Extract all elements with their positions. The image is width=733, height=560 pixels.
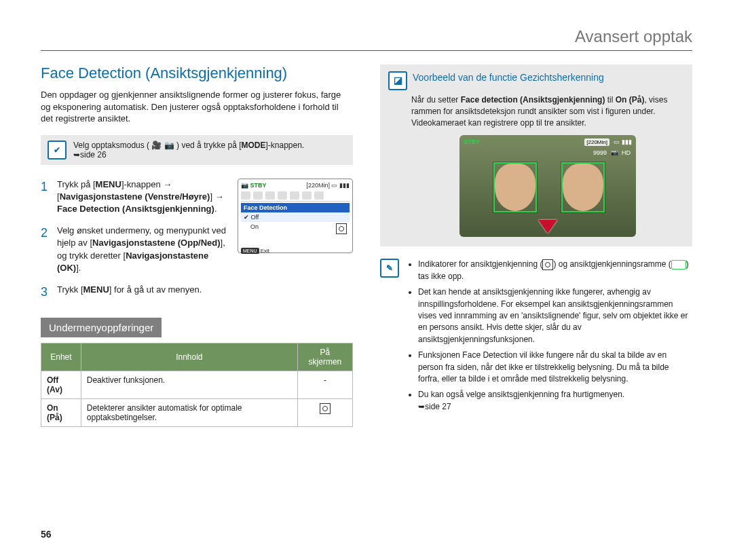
th-content: Innhold (81, 343, 297, 371)
mode-note-end: ]-knappen. (265, 141, 304, 150)
table-row: Off (Av) Deaktiver funksjonen. - (41, 371, 353, 399)
check-icon: ✔ (48, 141, 67, 160)
note-item: Det kan hende at ansiktsgjenkjenning ikk… (418, 286, 692, 346)
table-row: On (På) Detekterer ansikter automatisk f… (41, 399, 353, 427)
mode-note: ✔ Velg opptaksmodus ( 🎥 📷 ) ved å trykke… (41, 135, 353, 165)
face-icon (320, 403, 331, 414)
preview-hd: HD (622, 149, 631, 156)
step-2: 2 Velg ønsket undermeny, og menypunkt ve… (41, 225, 353, 274)
mode-page-ref: ➥side 26 (73, 150, 107, 160)
section-heading: Face Detection (Ansiktsgjenkjenning) (41, 64, 353, 82)
preview-stby: STBY (464, 138, 480, 147)
example-icon: ◪ (388, 71, 407, 90)
note-icon: ✎ (380, 259, 399, 278)
manual-page: Avansert opptak Face Detection (Ansiktsg… (0, 0, 733, 560)
mode-note-post: ) ved å trykke på [ (176, 141, 241, 150)
page-number: 56 (41, 529, 52, 540)
note-item: Funksjonen Face Detection vil ikke funge… (418, 350, 692, 385)
submenu-table: Enhet Innhold På skjermen Off (Av) Deakt… (41, 343, 353, 427)
note-page-ref: ➥side 27 (418, 402, 451, 411)
preview-time: [220Min] (584, 138, 609, 146)
example-title: Voorbeeld van de functie Gezichtsherkenn… (413, 71, 604, 85)
step-1: 1 Trykk på [MENU]-knappen → [Navigasjons… (41, 179, 353, 216)
video-icon: 🎥 (151, 141, 162, 150)
step-3: 3 Trykk [MENU] for å gå ut av menyen. (41, 284, 353, 296)
note-item: Indikatorer for ansiktgjenkjenning () og… (418, 259, 692, 282)
left-column: Face Detection (Ansiktsgjenkjenning) Den… (41, 64, 353, 427)
th-unit: Enhet (41, 343, 81, 371)
mode-button-label: MODE (241, 141, 265, 150)
example-p2: Videokameraet kan registrere opp til tre… (411, 118, 586, 128)
camera-preview: STBY [220Min] ▭ ▮▮▮ 9999 📷 HD (459, 135, 636, 237)
notes-block: ✎ Indikatorer for ansiktgjenkjenning () … (380, 259, 692, 417)
face-rect (493, 162, 537, 212)
intro-text: Den oppdager og gjenkjenner ansiktsligne… (41, 89, 353, 125)
mode-note-pre: Velg opptaksmodus ( (73, 141, 149, 150)
preview-count: 9999 (593, 149, 607, 156)
steps-list: 1 Trykk på [MENU]-knappen → [Navigasjons… (41, 179, 353, 297)
face-rect (561, 162, 605, 212)
header-title: Avansert opptak (41, 27, 692, 46)
face-icon (542, 259, 553, 270)
arrow-down-icon (538, 220, 557, 234)
submenu-heading: Undermenyoppføringer (41, 318, 162, 337)
note-item: Du kan også velge ansiktsgjenkjenning fr… (418, 389, 692, 413)
header-rule (41, 50, 692, 51)
camera-icon: 📷 (164, 141, 174, 150)
example-box: ◪ Voorbeeld van de functie Gezichtsherke… (380, 64, 692, 246)
right-column: ◪ Voorbeeld van de functie Gezichtsherke… (380, 64, 692, 427)
th-onscreen: På skjermen (297, 343, 352, 371)
frame-icon (671, 260, 686, 269)
